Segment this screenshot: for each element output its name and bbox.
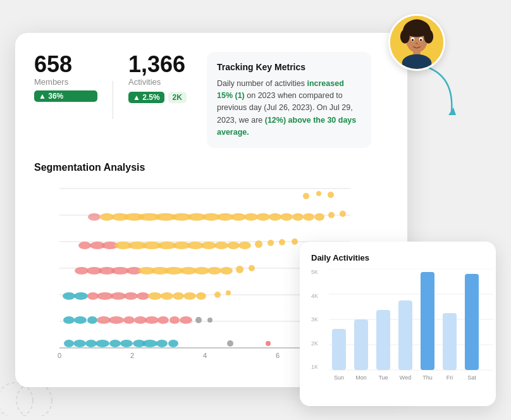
svg-point-25 [63, 316, 75, 324]
tracking-box: Tracking Key Metrics Daily number of act… [207, 52, 371, 148]
svg-point-28 [97, 316, 111, 324]
svg-point-76 [214, 242, 228, 249]
bar-mon [354, 319, 368, 370]
svg-point-18 [120, 340, 133, 347]
bar-wed [398, 300, 412, 370]
tracking-text: Daily number of activities increased 15%… [217, 79, 356, 137]
svg-text:Sun: Sun [334, 374, 344, 381]
svg-point-34 [169, 316, 180, 324]
tracking-title: Tracking Key Metrics [217, 61, 361, 75]
activities-value: 1,366 [128, 52, 192, 77]
svg-point-42 [111, 292, 126, 300]
bar-sat [465, 274, 479, 370]
svg-text:Fri: Fri [446, 374, 453, 381]
members-badge: ▲ 36% [34, 90, 97, 102]
svg-point-61 [194, 267, 209, 275]
activities-badges: ▲ 2.5% 2K [128, 92, 192, 103]
svg-point-126 [412, 39, 414, 41]
svg-point-62 [207, 267, 221, 275]
svg-point-30 [123, 316, 135, 324]
avatar [388, 14, 445, 71]
y-label-5k: 5K [311, 269, 318, 275]
svg-point-39 [74, 292, 88, 300]
bar-chart-svg: Sun Mon Tue Wed Thu Fri Sat [329, 269, 493, 383]
svg-point-20 [142, 340, 157, 347]
svg-point-102 [340, 211, 346, 217]
svg-point-26 [74, 316, 87, 324]
members-value: 658 [34, 52, 97, 77]
svg-text:4: 4 [203, 352, 207, 359]
daily-title: Daily Activities [311, 253, 484, 262]
svg-point-50 [214, 292, 221, 298]
svg-point-48 [183, 292, 196, 300]
svg-point-16 [95, 340, 109, 347]
svg-point-79 [255, 240, 262, 248]
svg-point-22 [168, 340, 178, 347]
metrics-row: 658 Members ▲ 36% 1,366 Activities ▲ 2.5… [34, 52, 388, 148]
svg-point-52 [75, 267, 89, 275]
svg-point-83 [88, 213, 101, 221]
activities-badge2: 2K [168, 92, 187, 103]
svg-text:2: 2 [130, 352, 134, 359]
svg-point-123 [424, 29, 433, 43]
svg-text:Tue: Tue [378, 374, 388, 381]
divider [113, 81, 113, 119]
svg-text:6: 6 [276, 352, 280, 359]
bar-thu [421, 272, 434, 370]
activities-badge1: ▲ 2.5% [128, 92, 164, 103]
activities-label: Activities [128, 77, 192, 87]
svg-point-75 [201, 242, 216, 249]
svg-point-80 [268, 240, 274, 246]
svg-point-63 [220, 267, 233, 275]
svg-point-14 [73, 340, 86, 347]
svg-point-21 [156, 340, 168, 347]
svg-point-46 [161, 292, 173, 300]
svg-point-133 [16, 383, 52, 416]
svg-point-51 [226, 290, 231, 295]
svg-point-37 [207, 318, 212, 323]
svg-point-29 [109, 316, 124, 324]
svg-point-66 [78, 242, 91, 249]
svg-point-55 [111, 267, 129, 275]
svg-point-103 [303, 193, 309, 199]
members-label: Members [34, 77, 97, 87]
tracking-highlight1: increased 15% (1) [217, 79, 344, 100]
svg-point-128 [416, 42, 418, 44]
svg-text:Thu: Thu [422, 374, 433, 381]
svg-point-13 [64, 340, 74, 347]
svg-point-47 [173, 292, 184, 300]
members-block: 658 Members ▲ 36% [34, 52, 97, 102]
y-label-1k: 1K [311, 364, 318, 370]
svg-point-23 [227, 340, 233, 347]
svg-point-65 [249, 265, 255, 271]
svg-text:Sat: Sat [467, 374, 476, 381]
avatar-svg [390, 16, 443, 69]
y-label-2k: 2K [311, 340, 318, 347]
svg-point-95 [256, 213, 270, 221]
svg-text:0: 0 [58, 352, 61, 359]
svg-point-78 [238, 242, 251, 249]
svg-text:Wed: Wed [400, 374, 411, 381]
svg-text:Mon: Mon [355, 374, 367, 381]
svg-point-38 [63, 292, 75, 300]
svg-point-24 [266, 341, 271, 346]
tracking-highlight2: (12%) above the 30 days average. [217, 116, 356, 137]
svg-point-82 [292, 238, 298, 245]
svg-point-36 [195, 317, 202, 323]
svg-point-33 [157, 316, 169, 324]
svg-point-99 [303, 213, 314, 221]
svg-point-77 [227, 242, 240, 249]
svg-point-64 [236, 266, 243, 273]
y-label-3k: 3K [311, 316, 318, 323]
bar-sun [332, 329, 346, 370]
svg-point-45 [148, 292, 162, 300]
svg-point-43 [124, 292, 138, 300]
svg-point-44 [137, 292, 149, 300]
seg-title: Segmentation Analysis [34, 162, 388, 173]
bar-fri [443, 313, 457, 370]
svg-point-101 [328, 212, 335, 218]
bar-tue [376, 310, 390, 370]
svg-point-105 [328, 192, 334, 198]
svg-point-122 [400, 29, 410, 43]
svg-point-81 [279, 239, 285, 245]
